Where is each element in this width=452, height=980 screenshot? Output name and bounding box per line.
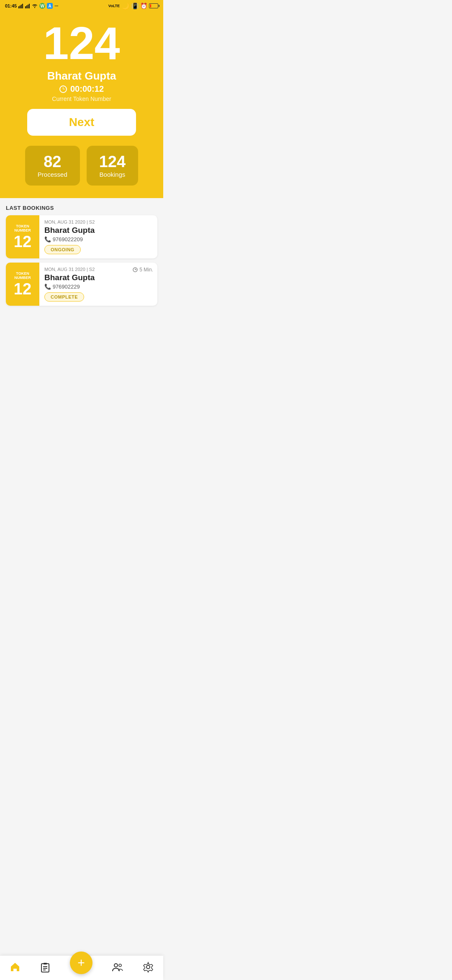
patient-name: Bharat Gupta [47,70,116,83]
svg-rect-6 [28,5,28,8]
next-button[interactable]: Next [27,109,136,136]
whatsapp-icon: W [39,3,45,9]
status-left: 01:45 W A ··· [5,3,58,9]
booking-name-1: Bharat Gupta [44,226,152,235]
alarm-icon: ⏰ [140,3,147,9]
bookings-number: 124 [99,153,126,171]
duration-clock-icon [133,267,138,272]
time-display: 01:45 [5,3,17,8]
booking-info-1: MON, AUG 31 2020 | S2 Bharat Gupta 📞 976… [39,215,157,258]
signal-icon-2 [25,3,30,8]
status-bar: 01:45 W A ··· VoLTE 🌙 📳 ⏰ [0,0,163,12]
timer-row: 00:00:12 [59,84,104,94]
processed-number: 82 [38,153,67,171]
token-badge-label-1: TOKENNUMBER [14,224,31,233]
bookings-section: LAST BOOKINGS TOKENNUMBER 12 MON, AUG 31… [0,198,163,343]
booking-phone-1: 📞 9769022209 [44,236,152,242]
signal-icon [18,3,23,8]
section-title: LAST BOOKINGS [6,205,157,211]
booking-phone-2: 📞 976902229 [44,284,152,290]
status-badge-2: COMPLETE [44,292,84,302]
wifi-icon [32,3,38,8]
booking-card-1[interactable]: TOKENNUMBER 12 MON, AUG 31 2020 | S2 Bha… [6,215,157,258]
stats-row: 82 Processed 124 Bookings [25,146,138,186]
token-badge-label-2: TOKENNUMBER [14,271,31,281]
phone-icon-1: 📞 [44,236,51,242]
timer-display: 00:00:12 [70,84,104,94]
token-badge-1: TOKENNUMBER 12 [6,215,39,258]
bookings-label: Bookings [99,171,126,178]
moon-icon: 🌙 [121,2,130,10]
processed-label: Processed [38,171,67,178]
clock-icon [59,85,67,93]
token-badge-2: TOKENNUMBER 12 [6,263,39,306]
svg-rect-1 [20,5,21,8]
dots: ··· [54,3,58,8]
current-token-number: 124 [43,20,120,66]
svg-rect-4 [25,6,26,8]
vibrate-icon: 📳 [131,3,139,9]
booking-date-1: MON, AUG 31 2020 | S2 [44,219,152,224]
app-icon: A [47,3,53,9]
status-badge-1: ONGOING [44,245,81,254]
phone-icon-2: 📞 [44,284,51,290]
processed-card: 82 Processed [25,146,80,186]
svg-rect-2 [21,5,22,8]
booking-name-2: Bharat Gupta [44,273,152,282]
svg-rect-0 [18,6,19,8]
duration-text: 5 Min. [133,267,153,273]
booking-info-2: 5 Min. MON, AUG 31 2020 | S2 Bharat Gupt… [39,263,157,306]
current-token-label: Current Token Number [52,95,111,102]
svg-rect-3 [22,4,23,8]
volte-label: VoLTE [108,4,120,8]
status-right: VoLTE 🌙 📳 ⏰ [108,2,158,10]
token-badge-number-2: 12 [14,281,31,297]
svg-rect-5 [26,5,27,8]
bookings-card: 124 Bookings [87,146,138,186]
battery-icon [149,3,158,8]
booking-card-2[interactable]: TOKENNUMBER 12 5 Min. MON, AUG 31 2020 |… [6,263,157,306]
hero-section: 124 Bharat Gupta 00:00:12 Current Token … [0,12,163,198]
svg-rect-7 [29,4,30,8]
token-badge-number-1: 12 [14,234,31,250]
